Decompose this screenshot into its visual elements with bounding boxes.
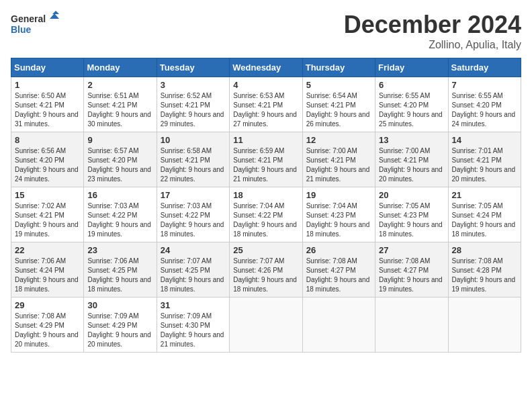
table-row: 23Sunrise: 7:06 AMSunset: 4:25 PMDayligh… — [84, 242, 157, 298]
day-number: 10 — [161, 135, 226, 145]
day-number: 30 — [87, 300, 152, 310]
day-info: Sunrise: 7:07 AMSunset: 4:25 PMDaylight:… — [161, 257, 226, 294]
day-number: 15 — [15, 190, 80, 200]
table-row: 29Sunrise: 7:08 AMSunset: 4:29 PMDayligh… — [11, 298, 84, 353]
table-row: 15Sunrise: 7:02 AMSunset: 4:21 PMDayligh… — [11, 187, 84, 242]
logo: General Blue — [11, 11, 64, 38]
day-number: 14 — [452, 135, 517, 145]
day-number: 26 — [306, 245, 371, 255]
table-row: 21Sunrise: 7:05 AMSunset: 4:24 PMDayligh… — [448, 187, 521, 242]
table-row: 14Sunrise: 7:01 AMSunset: 4:21 PMDayligh… — [448, 132, 521, 187]
table-row: 26Sunrise: 7:08 AMSunset: 4:27 PMDayligh… — [302, 242, 375, 298]
table-row: 17Sunrise: 7:03 AMSunset: 4:22 PMDayligh… — [157, 187, 229, 242]
day-info: Sunrise: 7:04 AMSunset: 4:22 PMDaylight:… — [233, 201, 298, 239]
table-row: 7Sunrise: 6:55 AMSunset: 4:20 PMDaylight… — [448, 77, 521, 132]
svg-text:Blue: Blue — [11, 24, 32, 35]
day-number: 21 — [452, 190, 517, 200]
day-info: Sunrise: 7:08 AMSunset: 4:27 PMDaylight:… — [379, 257, 444, 294]
day-number: 7 — [452, 80, 517, 90]
table-row: 8Sunrise: 6:56 AMSunset: 4:20 PMDaylight… — [11, 132, 84, 187]
day-info: Sunrise: 7:09 AMSunset: 4:30 PMDaylight:… — [161, 312, 226, 349]
day-info: Sunrise: 7:06 AMSunset: 4:24 PMDaylight:… — [15, 257, 80, 294]
calendar-row: 15Sunrise: 7:02 AMSunset: 4:21 PMDayligh… — [11, 187, 521, 242]
header-row: Sunday Monday Tuesday Wednesday Thursday… — [11, 58, 521, 77]
day-info: Sunrise: 6:51 AMSunset: 4:21 PMDaylight:… — [87, 91, 152, 129]
day-info: Sunrise: 6:59 AMSunset: 4:21 PMDaylight:… — [233, 146, 298, 184]
location: Zollino, Apulia, Italy — [344, 39, 521, 51]
day-number: 19 — [306, 190, 371, 200]
svg-marker-2 — [52, 11, 59, 14]
table-row: 11Sunrise: 6:59 AMSunset: 4:21 PMDayligh… — [230, 132, 302, 187]
day-info: Sunrise: 6:55 AMSunset: 4:20 PMDaylight:… — [379, 91, 444, 129]
table-row: 31Sunrise: 7:09 AMSunset: 4:30 PMDayligh… — [157, 298, 229, 353]
day-number: 1 — [15, 80, 80, 90]
calendar-row: 1Sunrise: 6:50 AMSunset: 4:21 PMDaylight… — [11, 77, 521, 132]
table-row: 20Sunrise: 7:05 AMSunset: 4:23 PMDayligh… — [375, 187, 448, 242]
table-row: 25Sunrise: 7:07 AMSunset: 4:26 PMDayligh… — [230, 242, 302, 298]
day-number: 5 — [306, 80, 371, 90]
day-number: 12 — [306, 135, 371, 145]
day-info: Sunrise: 6:56 AMSunset: 4:20 PMDaylight:… — [15, 146, 80, 184]
page-header: General Blue December 2024 Zollino, Apul… — [11, 11, 521, 51]
day-info: Sunrise: 6:52 AMSunset: 4:21 PMDaylight:… — [161, 91, 226, 129]
calendar-row: 22Sunrise: 7:06 AMSunset: 4:24 PMDayligh… — [11, 242, 521, 298]
table-row: 13Sunrise: 7:00 AMSunset: 4:21 PMDayligh… — [375, 132, 448, 187]
day-info: Sunrise: 6:55 AMSunset: 4:20 PMDaylight:… — [452, 91, 517, 129]
day-number: 8 — [15, 135, 80, 145]
table-row: 30Sunrise: 7:09 AMSunset: 4:29 PMDayligh… — [84, 298, 157, 353]
table-row: 28Sunrise: 7:08 AMSunset: 4:28 PMDayligh… — [448, 242, 521, 298]
table-row: 18Sunrise: 7:04 AMSunset: 4:22 PMDayligh… — [230, 187, 302, 242]
table-row: 19Sunrise: 7:04 AMSunset: 4:23 PMDayligh… — [302, 187, 375, 242]
day-info: Sunrise: 6:58 AMSunset: 4:21 PMDaylight:… — [161, 146, 226, 184]
day-info: Sunrise: 7:05 AMSunset: 4:23 PMDaylight:… — [379, 201, 444, 239]
table-row: 12Sunrise: 7:00 AMSunset: 4:21 PMDayligh… — [302, 132, 375, 187]
day-info: Sunrise: 7:03 AMSunset: 4:22 PMDaylight:… — [87, 201, 152, 239]
table-row: 16Sunrise: 7:03 AMSunset: 4:22 PMDayligh… — [84, 187, 157, 242]
title-section: December 2024 Zollino, Apulia, Italy — [344, 11, 521, 51]
day-number: 3 — [161, 80, 226, 90]
table-row: 27Sunrise: 7:08 AMSunset: 4:27 PMDayligh… — [375, 242, 448, 298]
table-row — [375, 298, 448, 353]
day-number: 31 — [161, 300, 226, 310]
day-info: Sunrise: 6:57 AMSunset: 4:20 PMDaylight:… — [87, 146, 152, 184]
col-thursday: Thursday — [302, 58, 375, 77]
day-number: 27 — [379, 245, 444, 255]
day-info: Sunrise: 7:09 AMSunset: 4:29 PMDaylight:… — [87, 312, 152, 349]
svg-marker-3 — [50, 13, 59, 19]
table-row: 9Sunrise: 6:57 AMSunset: 4:20 PMDaylight… — [84, 132, 157, 187]
day-info: Sunrise: 7:06 AMSunset: 4:25 PMDaylight:… — [87, 257, 152, 294]
day-info: Sunrise: 6:50 AMSunset: 4:21 PMDaylight:… — [15, 91, 80, 129]
day-number: 28 — [452, 245, 517, 255]
table-row: 10Sunrise: 6:58 AMSunset: 4:21 PMDayligh… — [157, 132, 229, 187]
col-tuesday: Tuesday — [157, 58, 229, 77]
day-number: 17 — [161, 190, 226, 200]
day-number: 20 — [379, 190, 444, 200]
day-number: 24 — [161, 245, 226, 255]
day-info: Sunrise: 7:08 AMSunset: 4:28 PMDaylight:… — [452, 257, 517, 294]
table-row: 3Sunrise: 6:52 AMSunset: 4:21 PMDaylight… — [157, 77, 229, 132]
month-title: December 2024 — [344, 11, 521, 39]
day-number: 25 — [233, 245, 298, 255]
table-row: 6Sunrise: 6:55 AMSunset: 4:20 PMDaylight… — [375, 77, 448, 132]
table-row: 1Sunrise: 6:50 AMSunset: 4:21 PMDaylight… — [11, 77, 84, 132]
table-row: 24Sunrise: 7:07 AMSunset: 4:25 PMDayligh… — [157, 242, 229, 298]
day-number: 2 — [87, 80, 152, 90]
day-info: Sunrise: 6:54 AMSunset: 4:21 PMDaylight:… — [306, 91, 371, 129]
day-info: Sunrise: 7:01 AMSunset: 4:21 PMDaylight:… — [452, 146, 517, 184]
table-row: 22Sunrise: 7:06 AMSunset: 4:24 PMDayligh… — [11, 242, 84, 298]
day-info: Sunrise: 7:08 AMSunset: 4:29 PMDaylight:… — [15, 312, 80, 349]
day-info: Sunrise: 7:00 AMSunset: 4:21 PMDaylight:… — [306, 146, 371, 184]
day-info: Sunrise: 7:00 AMSunset: 4:21 PMDaylight:… — [379, 146, 444, 184]
day-info: Sunrise: 7:05 AMSunset: 4:24 PMDaylight:… — [452, 201, 517, 239]
day-number: 13 — [379, 135, 444, 145]
col-friday: Friday — [375, 58, 448, 77]
col-saturday: Saturday — [448, 58, 521, 77]
day-number: 9 — [87, 135, 152, 145]
col-wednesday: Wednesday — [230, 58, 302, 77]
table-row — [302, 298, 375, 353]
logo-svg: General Blue — [11, 11, 64, 38]
table-row — [230, 298, 302, 353]
table-row: 2Sunrise: 6:51 AMSunset: 4:21 PMDaylight… — [84, 77, 157, 132]
table-row — [448, 298, 521, 353]
day-number: 11 — [233, 135, 298, 145]
